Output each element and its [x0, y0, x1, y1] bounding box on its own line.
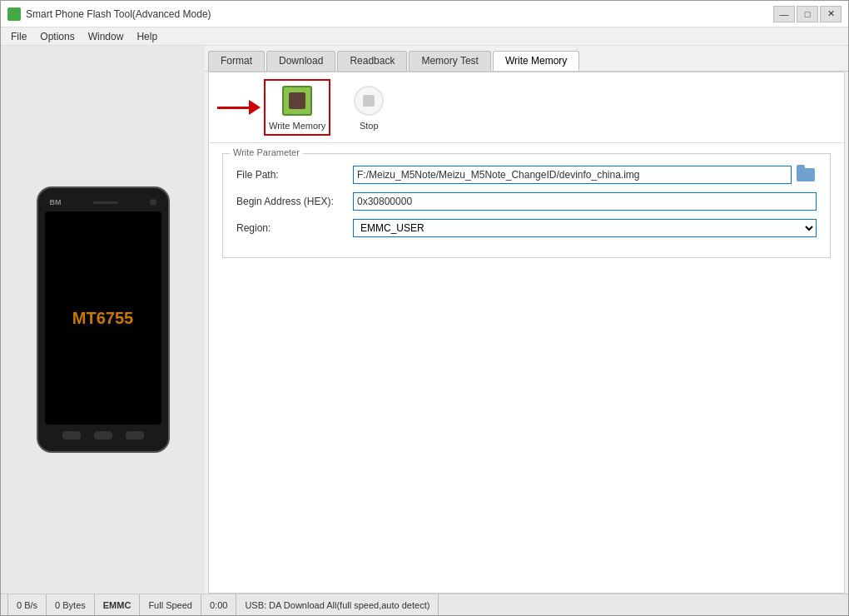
window-title: Smart Phone Flash Tool(Advanced Mode) [26, 8, 211, 20]
tab-readback[interactable]: Readback [337, 51, 407, 71]
region-row: Region: EMMC_USER EMMC_BOOT1 EMMC_BOOT2 … [236, 219, 817, 237]
menu-help[interactable]: Help [130, 29, 164, 44]
tab-memory-test[interactable]: Memory Test [409, 51, 490, 71]
stop-button[interactable]: Stop [344, 81, 394, 134]
phone-speaker [93, 201, 118, 204]
params-group-box: Write Parameter File Path: [222, 153, 831, 258]
toolbar: Write Memory Stop [209, 72, 844, 143]
region-select[interactable]: EMMC_USER EMMC_BOOT1 EMMC_BOOT2 EMMC_RPM… [353, 219, 817, 237]
phone-bottom [45, 428, 161, 443]
tab-download[interactable]: Download [266, 51, 335, 71]
stop-icon-container [352, 84, 385, 117]
main-window: Smart Phone Flash Tool(Advanced Mode) — … [0, 0, 849, 616]
menu-options[interactable]: Options [33, 29, 81, 44]
begin-address-input-wrap [353, 192, 817, 211]
file-path-input[interactable] [353, 166, 792, 184]
phone-top: BM [45, 196, 161, 208]
write-memory-label: Write Memory [269, 121, 325, 131]
tab-content: Write Memory Stop [208, 72, 845, 594]
write-memory-button[interactable]: Write Memory [264, 79, 330, 136]
menu-file[interactable]: File [4, 29, 33, 44]
phone-camera [150, 199, 156, 206]
chip-icon [282, 86, 312, 116]
begin-address-row: Begin Address (HEX): [236, 192, 817, 211]
maximize-button[interactable]: □ [797, 6, 818, 22]
status-size: 0 Bytes [47, 594, 95, 615]
close-button[interactable]: ✕ [820, 6, 842, 22]
right-panel: Format Download Readback Memory Test Wri… [205, 46, 848, 594]
title-bar: Smart Phone Flash Tool(Advanced Mode) — … [1, 1, 848, 27]
title-buttons: — □ ✕ [773, 6, 842, 22]
write-memory-section: Write Memory [217, 79, 330, 136]
main-content: BM MT6755 Format Download Rea [1, 46, 848, 594]
tab-write-memory[interactable]: Write Memory [493, 51, 579, 71]
tab-bar: Format Download Readback Memory Test Wri… [205, 46, 848, 72]
params-section: Write Parameter File Path: [209, 143, 844, 593]
phone-model: MT6755 [72, 309, 133, 328]
stop-icon [354, 86, 384, 116]
app-icon [7, 7, 21, 21]
status-message: USB: DA Download All(full speed,auto det… [236, 594, 439, 615]
status-speed: 0 B/s [7, 594, 47, 615]
stop-square [363, 95, 375, 107]
params-title: Write Parameter [230, 147, 303, 157]
phone-brand: BM [50, 198, 62, 206]
phone-image: BM MT6755 [37, 186, 170, 453]
phone-home-btn [94, 431, 112, 440]
phone-back-btn [62, 431, 81, 440]
menu-window[interactable]: Window [82, 29, 131, 44]
region-label: Region: [236, 222, 353, 234]
minimize-button[interactable]: — [773, 6, 795, 22]
browse-button[interactable] [795, 166, 817, 184]
folder-icon [797, 168, 815, 181]
file-path-label: File Path: [236, 169, 353, 181]
status-type: EMMC [95, 594, 141, 615]
begin-address-label: Begin Address (HEX): [236, 196, 353, 207]
menu-bar: File Options Window Help [1, 27, 848, 46]
begin-address-input[interactable] [353, 192, 817, 211]
phone-menu-btn [126, 431, 144, 440]
write-memory-icon [281, 84, 314, 117]
phone-screen: MT6755 [45, 211, 161, 425]
status-time: 0:00 [201, 594, 236, 615]
tab-format[interactable]: Format [208, 51, 265, 71]
stop-label: Stop [360, 121, 379, 131]
left-panel: BM MT6755 [1, 46, 205, 594]
status-rate: Full Speed [140, 594, 201, 615]
title-bar-left: Smart Phone Flash Tool(Advanced Mode) [7, 7, 211, 21]
file-path-input-wrap [353, 166, 817, 184]
file-path-row: File Path: [236, 166, 817, 184]
status-bar: 0 B/s 0 Bytes EMMC Full Speed 0:00 USB: … [1, 594, 848, 615]
